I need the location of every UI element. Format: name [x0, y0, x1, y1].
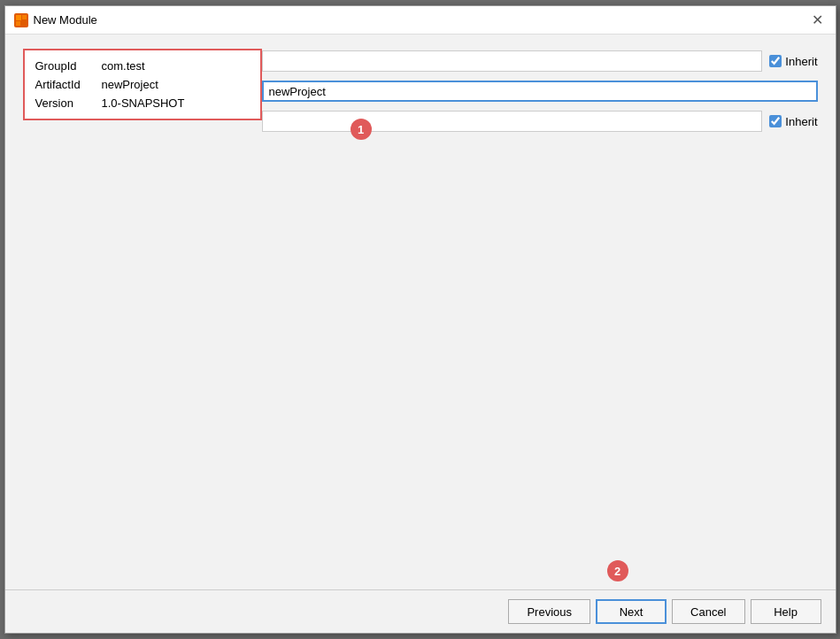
cancel-button[interactable]: Cancel: [672, 599, 744, 624]
help-button[interactable]: Help: [751, 599, 821, 624]
artifact-id-input[interactable]: [262, 81, 818, 102]
group-id-row: GroupId com.test: [35, 59, 250, 73]
group-id-input-row: Inherit: [262, 49, 818, 73]
dialog-body: 1 GroupId com.test ArtifactId newProject…: [5, 35, 836, 589]
artifact-id-input-row: [262, 79, 818, 104]
group-id-label: GroupId: [35, 59, 102, 73]
artifact-id-value: newProject: [102, 78, 158, 91]
version-input-row: Inherit: [262, 109, 818, 134]
dialog-icon: [14, 13, 28, 27]
field-labels-section: GroupId com.test ArtifactId newProject V…: [23, 49, 262, 120]
version-row: Version 1.0-SNAPSHOT: [35, 96, 250, 110]
dialog-title: New Module: [34, 13, 97, 27]
group-id-inherit: Inherit: [769, 55, 817, 68]
group-id-value: com.test: [102, 59, 145, 73]
group-id-input[interactable]: [262, 50, 763, 72]
artifact-id-label: ArtifactId: [35, 78, 102, 91]
version-inherit-label: Inherit: [785, 115, 817, 128]
version-inherit-checkbox[interactable]: [769, 115, 782, 127]
artifact-id-row: ArtifactId newProject: [35, 78, 250, 91]
close-button[interactable]: ✕: [809, 12, 827, 29]
new-module-dialog: New Module ✕ 1 GroupId com.test Artifact…: [4, 5, 836, 634]
input-fields-section: Inherit Inherit: [262, 49, 818, 134]
svg-rect-2: [16, 21, 20, 26]
version-label: Version: [35, 96, 102, 110]
version-value: 1.0-SNAPSHOT: [102, 96, 185, 110]
version-input[interactable]: [262, 111, 763, 132]
version-inherit: Inherit: [769, 115, 817, 128]
svg-rect-0: [16, 15, 21, 20]
title-bar: New Module ✕: [5, 6, 836, 35]
form-area: GroupId com.test ArtifactId newProject V…: [23, 49, 818, 135]
next-button[interactable]: Next: [596, 599, 667, 624]
svg-rect-1: [22, 15, 27, 19]
previous-button[interactable]: Previous: [508, 599, 590, 624]
dialog-footer: Previous Next Cancel Help: [5, 589, 836, 633]
group-id-inherit-checkbox[interactable]: [769, 55, 782, 67]
group-id-inherit-label: Inherit: [785, 55, 817, 68]
